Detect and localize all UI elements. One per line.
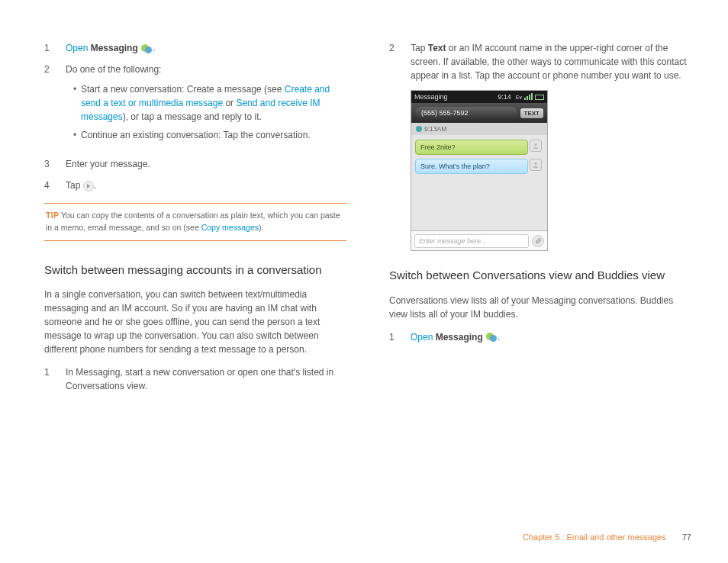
period: . bbox=[94, 180, 96, 191]
step-body: Open Messaging . bbox=[66, 41, 346, 55]
message-text: Sure. What's the plan? bbox=[420, 162, 490, 170]
text: or bbox=[223, 98, 236, 108]
message-input-bar: Enter message here... bbox=[411, 230, 547, 250]
step-2r: 2 Tap Text or an IM account name in the … bbox=[389, 41, 691, 82]
step-text: Do one of the following: bbox=[66, 64, 161, 75]
step-body: Tap Text or an IM account name in the up… bbox=[411, 41, 691, 82]
step-text: Enter your message. bbox=[66, 157, 346, 171]
bullet-item: Start a new conversation: Create a messa… bbox=[73, 82, 346, 124]
step-number: 1 bbox=[44, 365, 66, 393]
step-1: 1 Open Messaging . bbox=[44, 41, 346, 55]
app-name: Messaging bbox=[436, 332, 483, 343]
tip-box: TIP You can copy the contents of a conve… bbox=[44, 203, 346, 241]
message-incoming[interactable]: Sure. What's the plan? bbox=[415, 159, 528, 174]
paragraph: Conversations view lists all of your Mes… bbox=[389, 294, 691, 321]
section-heading-views: Switch between Conversations view and Bu… bbox=[389, 268, 691, 283]
step-number: 2 bbox=[389, 41, 411, 82]
phone-header: (555) 555-7592 TEXT bbox=[411, 103, 547, 123]
svg-point-1 bbox=[534, 162, 536, 165]
text-account-button[interactable]: TEXT bbox=[520, 108, 543, 118]
bullet-item: Continue an existing conversation: Tap t… bbox=[73, 128, 346, 142]
text: Start a new conversation: Create a messa… bbox=[81, 84, 285, 95]
ev-icon: Ev bbox=[516, 95, 522, 100]
text-bold: Text bbox=[428, 43, 446, 53]
open-link[interactable]: Open bbox=[66, 43, 88, 53]
battery-icon bbox=[535, 95, 544, 100]
step-text: Tap bbox=[66, 180, 83, 191]
phone-status-bar: Messaging 9:14 Ev bbox=[411, 91, 547, 103]
step-number: 2 bbox=[44, 63, 66, 150]
avatar-icon bbox=[532, 161, 540, 169]
bullet-list: Start a new conversation: Create a messa… bbox=[66, 82, 346, 142]
step-number: 1 bbox=[44, 41, 66, 55]
signal-icon bbox=[523, 93, 533, 101]
paragraph: In a single conversation, you can switch… bbox=[44, 288, 346, 356]
tip-label: TIP bbox=[46, 211, 59, 220]
section-heading-switch-accounts: Switch between messaging accounts in a c… bbox=[44, 262, 346, 278]
conversation-timestamp-row: 9:13AM bbox=[411, 123, 547, 135]
open-link[interactable]: Open bbox=[411, 332, 433, 343]
chat-bubble-icon bbox=[416, 126, 422, 132]
left-column: 1 Open Messaging . 2 Do one of the follo… bbox=[44, 41, 346, 401]
status-app-name: Messaging bbox=[414, 93, 448, 101]
step-body: Tap . bbox=[66, 179, 346, 192]
message-input[interactable]: Enter message here... bbox=[414, 234, 529, 248]
conversation-body: Free 2nite? Sure. What's the plan? bbox=[411, 135, 547, 230]
message-text: Free 2nite? bbox=[420, 143, 456, 151]
svg-point-0 bbox=[534, 143, 536, 146]
tip-text: ). bbox=[259, 223, 263, 232]
step-text: In Messaging, start a new conversation o… bbox=[66, 365, 346, 393]
messaging-icon bbox=[486, 333, 497, 342]
timestamp: 9:13AM bbox=[424, 125, 446, 133]
app-name: Messaging bbox=[91, 43, 138, 53]
link-copy-messages[interactable]: Copy messages bbox=[201, 223, 259, 232]
contact-pill[interactable]: (555) 555-7592 bbox=[415, 107, 517, 119]
step-number: 1 bbox=[389, 330, 411, 344]
text: or an IM account name in the upper-right… bbox=[411, 43, 687, 81]
attach-icon[interactable] bbox=[532, 235, 544, 247]
period: . bbox=[153, 43, 155, 53]
step-4: 4 Tap . bbox=[44, 179, 346, 192]
step-body: Open Messaging . bbox=[411, 330, 691, 344]
status-time: 9:14 bbox=[498, 93, 511, 101]
message-outgoing[interactable]: Free 2nite? bbox=[415, 140, 528, 155]
step-number: 4 bbox=[44, 179, 66, 192]
text: ), or tap a message and reply to it. bbox=[123, 111, 262, 122]
text: Tap bbox=[411, 43, 428, 53]
avatar-icon bbox=[532, 142, 540, 150]
messaging-icon bbox=[141, 44, 152, 53]
step-2: 2 Do one of the following: Start a new c… bbox=[44, 63, 346, 150]
step-1b: 1 In Messaging, start a new conversation… bbox=[44, 365, 346, 393]
phone-screenshot: Messaging 9:14 Ev (555) 555-7592 TEXT 9:… bbox=[411, 90, 548, 251]
step-body: Do one of the following: Start a new con… bbox=[66, 63, 346, 150]
step-number: 3 bbox=[44, 157, 66, 171]
chapter-label: Chapter 5 : Email and other messages bbox=[523, 532, 666, 542]
step-1r: 1 Open Messaging . bbox=[389, 330, 691, 344]
send-icon bbox=[83, 181, 94, 191]
right-column: 2 Tap Text or an IM account name in the … bbox=[389, 41, 691, 401]
page-footer: Chapter 5 : Email and other messages 77 bbox=[523, 532, 691, 542]
period: . bbox=[498, 332, 500, 343]
page-number: 77 bbox=[682, 532, 691, 542]
step-3: 3 Enter your message. bbox=[44, 157, 346, 171]
tip-text: You can copy the contents of a conversat… bbox=[46, 211, 340, 232]
